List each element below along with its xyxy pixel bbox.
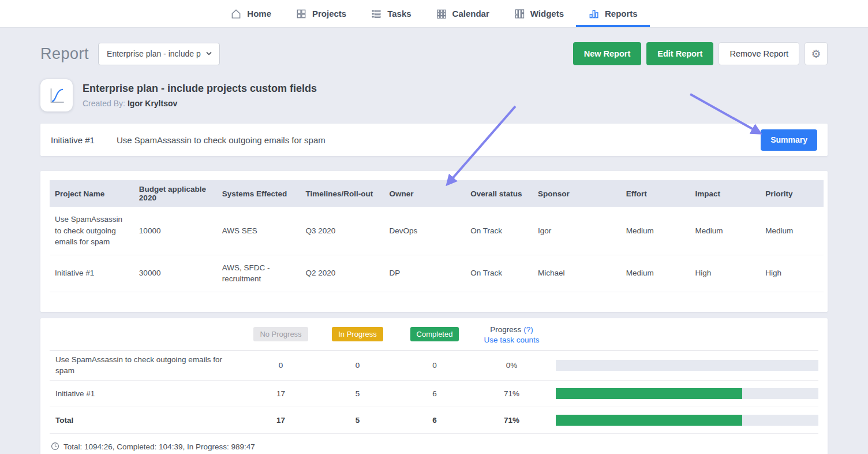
projects-table-card: Project Name Budget applicable 2020 Syst… <box>40 171 828 312</box>
created-by-label: Created By: <box>83 99 125 108</box>
completed-count: 0 <box>396 361 473 370</box>
progress-card: No Progress In Progress Completed Progre… <box>40 318 828 454</box>
progress-bar <box>556 415 818 426</box>
nav-item-label: Reports <box>605 9 638 18</box>
table-cell: On Track <box>465 207 533 255</box>
projects-icon <box>295 8 307 20</box>
column-header-systems: Systems Effected <box>217 180 301 207</box>
no-progress-badge: No Progress <box>253 327 308 341</box>
table-cell: Use SpamAssassin to check outgoing email… <box>50 207 134 255</box>
report-settings-button[interactable]: ⚙ <box>805 42 828 65</box>
table-cell: Igor <box>533 207 621 255</box>
table-cell: Initiative #1 <box>50 255 134 292</box>
report-title: Enterprise plan - include projects custo… <box>83 83 317 95</box>
report-chart-icon <box>40 79 73 111</box>
initiative-name: Initiative #1 <box>51 135 95 145</box>
nav-item-home[interactable]: Home <box>218 0 283 27</box>
nav-item-label: Home <box>247 9 271 18</box>
table-cell: Michael <box>533 255 621 292</box>
nav-item-label: Calendar <box>452 9 489 18</box>
edit-report-button[interactable]: Edit Report <box>646 42 713 65</box>
nav-item-calendar[interactable]: Calendar <box>424 0 502 27</box>
table-cell: AWS SES <box>217 207 301 255</box>
initiative-bar: Initiative #1 Use SpamAssassin to check … <box>40 124 828 156</box>
completed-badge: Completed <box>410 327 459 341</box>
report-heading: Enterprise plan - include projects custo… <box>40 79 828 111</box>
new-report-button[interactable]: New Report <box>573 42 642 65</box>
progress-label-text: Progress <box>490 325 521 334</box>
progress-row: Use SpamAssassin to check outgoing email… <box>50 351 818 381</box>
progress-bar <box>556 360 818 371</box>
table-cell: AWS, SFDC - recruitment <box>217 255 301 292</box>
projects-table-header-row: Project Name Budget applicable 2020 Syst… <box>50 180 824 207</box>
table-cell: DP <box>384 255 465 292</box>
progress-column-label: Progress (?) <box>490 325 533 334</box>
reports-icon <box>588 8 600 20</box>
in-progress-badge: In Progress <box>332 327 383 341</box>
projects-table: Project Name Budget applicable 2020 Syst… <box>50 180 824 292</box>
widgets-icon <box>514 8 525 20</box>
report-toolbar: Report Enterprise plan - include p New R… <box>40 42 828 65</box>
table-row: Use SpamAssassin to check outgoing email… <box>50 207 824 255</box>
progress-row-name: Use SpamAssassin to check outgoing email… <box>50 354 242 377</box>
report-heading-text: Enterprise plan - include projects custo… <box>83 83 317 108</box>
progress-help-icon[interactable]: (?) <box>523 325 533 334</box>
table-cell: High <box>690 255 761 292</box>
table-cell: Q3 2020 <box>301 207 384 255</box>
nav-item-projects[interactable]: Projects <box>283 0 358 27</box>
progress-bar-fill <box>556 388 742 399</box>
completed-count: 6 <box>396 416 473 425</box>
column-header-effort: Effort <box>621 180 690 207</box>
home-icon <box>230 8 242 20</box>
table-cell: DevOps <box>384 207 465 255</box>
summary-button[interactable]: Summary <box>761 129 817 151</box>
calendar-icon <box>436 8 447 20</box>
created-by-name: Igor Kryltsov <box>128 99 177 108</box>
in-progress-count: 5 <box>319 416 396 425</box>
report-select-value: Enterprise plan - include p <box>107 49 201 58</box>
table-cell: 10000 <box>134 207 217 255</box>
progress-bar-track <box>556 415 818 426</box>
initiative-description: Use SpamAssassin to check outgoing email… <box>117 135 326 145</box>
no-progress-count: 0 <box>242 361 319 370</box>
progress-row-name: Initiative #1 <box>50 388 242 400</box>
progress-percent: 0% <box>473 361 550 370</box>
column-header-project-name: Project Name <box>50 180 134 207</box>
progress-bar-track <box>556 360 818 371</box>
column-header-owner: Owner <box>384 180 465 207</box>
column-header-timelines: Timelines/Roll-out <box>301 180 384 207</box>
progress-bar-track <box>556 388 818 399</box>
progress-row: Initiative #1 17 5 6 71% <box>50 381 818 407</box>
nav-item-label: Tasks <box>387 9 411 18</box>
report-select-dropdown[interactable]: Enterprise plan - include p <box>98 43 220 65</box>
column-header-impact: Impact <box>690 180 761 207</box>
in-progress-count: 5 <box>319 389 396 398</box>
in-progress-count: 0 <box>319 361 396 370</box>
table-cell: Medium <box>621 255 690 292</box>
table-row: Initiative #1 30000 AWS, SFDC - recruitm… <box>50 255 824 292</box>
top-navigation: Home Projects Tasks Calendar Widgets Rep… <box>0 0 868 28</box>
remove-report-button[interactable]: Remove Report <box>719 42 799 65</box>
nav-item-tasks[interactable]: Tasks <box>358 0 423 27</box>
progress-bar <box>556 388 818 399</box>
progress-percent: 71% <box>473 389 550 398</box>
nav-item-label: Projects <box>312 9 346 18</box>
table-cell: 30000 <box>134 255 217 292</box>
clock-icon <box>51 442 59 452</box>
no-progress-count: 17 <box>242 416 319 425</box>
table-cell: Medium <box>760 207 824 255</box>
tasks-icon <box>371 8 382 20</box>
nav-item-widgets[interactable]: Widgets <box>502 0 576 27</box>
column-header-budget: Budget applicable 2020 <box>134 180 217 207</box>
table-cell: Q2 2020 <box>301 255 384 292</box>
column-header-sponsor: Sponsor <box>533 180 621 207</box>
table-cell: Medium <box>621 207 690 255</box>
nav-item-reports[interactable]: Reports <box>576 0 650 27</box>
gear-icon: ⚙ <box>811 47 821 61</box>
time-totals-text: Total: 1094:26, Completed: 104:39, In Pr… <box>63 442 255 451</box>
table-cell: Medium <box>690 207 761 255</box>
column-header-priority: Priority <box>760 180 824 207</box>
use-task-counts-link[interactable]: Use task counts <box>473 336 550 344</box>
no-progress-count: 17 <box>242 389 319 398</box>
table-cell: High <box>760 255 824 292</box>
